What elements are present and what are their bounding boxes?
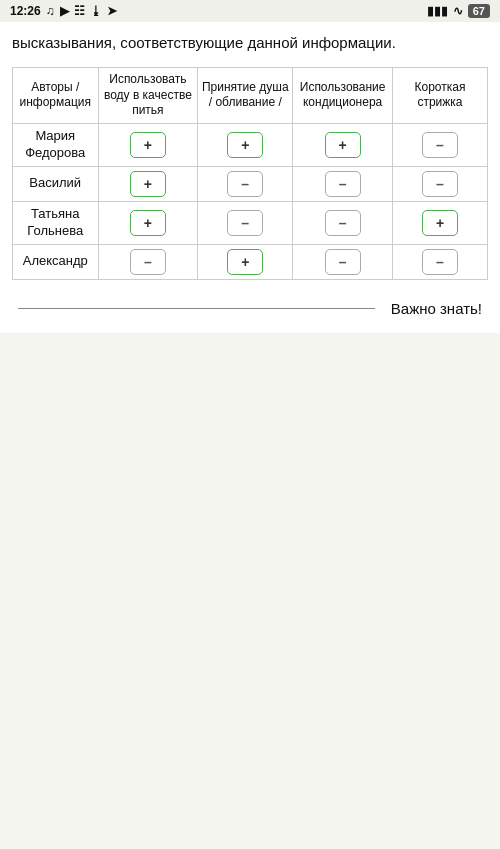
cell-col2: – [198,166,293,201]
cell-author: Александр [13,244,99,279]
value-badge: – [422,249,458,275]
value-badge: – [130,249,166,275]
time: 12:26 [10,4,41,18]
value-badge: – [325,210,361,236]
cell-col4: – [393,123,488,166]
cell-col1: + [98,166,198,201]
cell-col4: – [393,244,488,279]
value-badge: + [227,132,263,158]
cell-col3: – [293,244,393,279]
download-icon: ⭳ [90,4,102,18]
music-icon: ▶ [60,4,69,18]
wifi-icon: ∿ [453,4,463,18]
status-bar: 12:26 ♫ ▶ ☷ ⭳ ➤ ▮▮▮ ∿ 67 [0,0,500,22]
table-row: Мария Федорова+++– [13,123,488,166]
value-badge: + [130,132,166,158]
value-badge: + [130,171,166,197]
status-right: ▮▮▮ ∿ 67 [427,4,490,18]
value-badge: + [227,249,263,275]
intro-text: высказывания, соответствующие данной инф… [12,32,488,53]
footer-row: Важно знать! [12,294,488,323]
table-row: Василий+––– [13,166,488,201]
header-col2: Принятие душа / обливание / [198,68,293,124]
value-badge: – [422,171,458,197]
page-content: высказывания, соответствующие данной инф… [0,22,500,333]
header-author: Авторы / информация [13,68,99,124]
footer-important: Важно знать! [391,298,482,319]
header-col1: Использовать воду в качестве питья [98,68,198,124]
cell-author: Василий [13,166,99,201]
cell-col1: + [98,201,198,244]
value-badge: – [325,249,361,275]
value-badge: + [422,210,458,236]
cell-col4: – [393,166,488,201]
header-col4: Короткая стрижка [393,68,488,124]
cell-col3: + [293,123,393,166]
signal-icon: ▮▮▮ [427,4,448,18]
value-badge: – [227,171,263,197]
cell-col3: – [293,201,393,244]
table-row: Александр–+–– [13,244,488,279]
table-wrapper: Авторы / информация Использовать воду в … [12,67,488,280]
cell-col2: + [198,123,293,166]
value-badge: – [325,171,361,197]
value-badge: – [422,132,458,158]
table-row: Татьяна Гольнева+––+ [13,201,488,244]
battery-badge: 67 [468,4,490,18]
cell-col1: + [98,123,198,166]
grid-icon: ☷ [74,4,85,18]
cell-author: Мария Федорова [13,123,99,166]
footer-line [18,308,375,309]
value-badge: + [130,210,166,236]
tiktok-icon: ♫ [46,4,55,18]
value-badge: + [325,132,361,158]
cell-col3: – [293,166,393,201]
cursor-icon: ➤ [107,4,117,18]
value-badge: – [227,210,263,236]
cell-col2: – [198,201,293,244]
status-left: 12:26 ♫ ▶ ☷ ⭳ ➤ [10,4,117,18]
cell-col1: – [98,244,198,279]
header-col3: Использование кондиционера [293,68,393,124]
data-table: Авторы / информация Использовать воду в … [12,67,488,280]
table-header-row: Авторы / информация Использовать воду в … [13,68,488,124]
cell-author: Татьяна Гольнева [13,201,99,244]
cell-col4: + [393,201,488,244]
cell-col2: + [198,244,293,279]
